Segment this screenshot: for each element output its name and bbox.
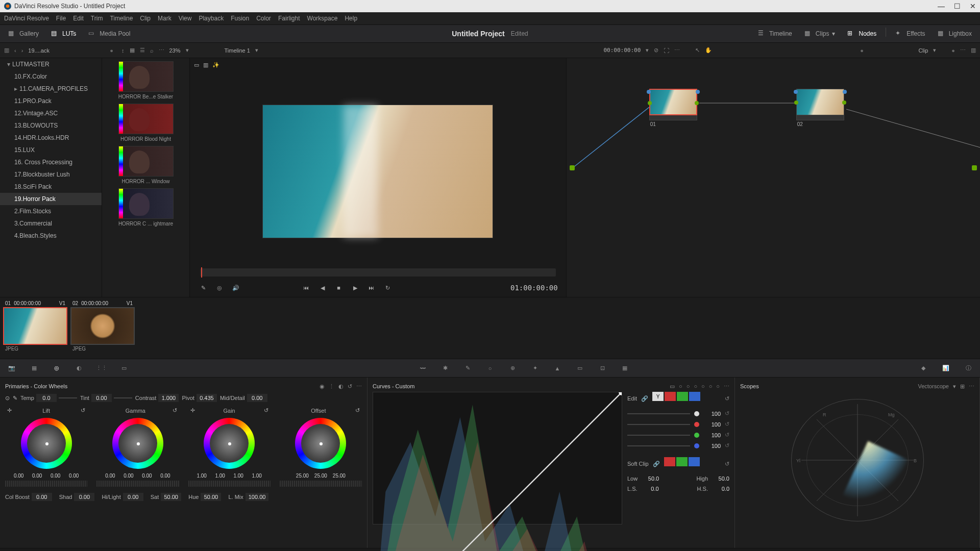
curve-mode-icon[interactable]: ○ bbox=[687, 383, 690, 390]
gamma-wheel[interactable] bbox=[112, 418, 163, 469]
curve-mode-icon[interactable]: ○ bbox=[679, 383, 682, 390]
curve-mode-icon[interactable]: ○ bbox=[701, 383, 705, 390]
lut-item[interactable]: HORROR Be...e Stalker bbox=[105, 61, 186, 99]
keyframe-icon[interactable]: ◆ bbox=[918, 363, 929, 374]
clip-item[interactable]: 0100:00:00:00V1 JPEG bbox=[3, 299, 67, 357]
gain-wheel[interactable] bbox=[204, 418, 255, 469]
wand-icon[interactable]: ✨ bbox=[212, 62, 219, 68]
nav-back-icon[interactable]: ‹ bbox=[14, 47, 16, 54]
menu-item[interactable]: Fusion bbox=[231, 15, 249, 22]
grid-view-icon[interactable]: ▦ bbox=[130, 47, 135, 54]
search-icon[interactable]: ⌕ bbox=[150, 47, 154, 54]
offset-wheel[interactable] bbox=[295, 418, 346, 469]
split-icon[interactable]: ▥ bbox=[203, 62, 208, 68]
timeline-button[interactable]: ☰Timeline bbox=[755, 28, 795, 40]
reset-icon[interactable]: ↺ bbox=[725, 421, 729, 428]
menu-item[interactable]: Edit bbox=[73, 15, 84, 22]
panel-toggle-icon[interactable]: ▥ bbox=[4, 47, 9, 54]
sidebar-item[interactable]: 12.Vintage.ASC bbox=[0, 107, 102, 119]
menu-item[interactable]: Help bbox=[345, 15, 357, 22]
mute-icon[interactable]: 🔊 bbox=[231, 283, 241, 293]
reset-icon[interactable]: ↺ bbox=[264, 407, 268, 414]
blur-icon[interactable]: ▲ bbox=[552, 363, 563, 374]
bypass-icon[interactable]: ⊘ bbox=[654, 47, 658, 54]
menu-item[interactable]: Trim bbox=[91, 15, 103, 22]
lift-master-slider[interactable] bbox=[5, 481, 87, 487]
softclip-g-button[interactable] bbox=[676, 457, 688, 466]
curve-mode-icon[interactable]: ○ bbox=[709, 383, 713, 390]
play-button[interactable]: ▶ bbox=[350, 283, 360, 293]
menu-item[interactable]: Timeline bbox=[110, 15, 133, 22]
pivot-value[interactable]: 0.435 bbox=[197, 394, 217, 402]
temp-value[interactable]: 0.0 bbox=[36, 394, 57, 402]
sat-value[interactable]: 50.00 bbox=[161, 493, 181, 501]
first-frame-button[interactable]: ⏮ bbox=[301, 283, 311, 293]
crosshair-icon[interactable]: ✛ bbox=[190, 407, 195, 414]
offset-master-slider[interactable] bbox=[280, 481, 362, 487]
lut-item[interactable]: HORROR Blood Night bbox=[105, 104, 186, 142]
lightbox-button[interactable]: ▦Lightbox bbox=[935, 28, 975, 40]
effects-button[interactable]: ✦Effects bbox=[892, 28, 928, 40]
key-icon[interactable]: ▭ bbox=[574, 363, 585, 374]
channel-y-button[interactable]: Y bbox=[652, 392, 664, 401]
layout-icon[interactable]: ⊞ bbox=[960, 383, 965, 390]
lut-item[interactable]: HORROR C ... ightmare bbox=[105, 188, 186, 227]
nav-fwd-icon[interactable]: › bbox=[21, 47, 23, 54]
channel-r-button[interactable] bbox=[665, 392, 676, 401]
menu-item[interactable]: Clip bbox=[140, 15, 151, 22]
scope-type-dropdown[interactable]: Vectorscope bbox=[918, 383, 949, 390]
camera-raw-icon[interactable]: 📷 bbox=[6, 363, 17, 374]
timeline-timecode[interactable]: 00:00:00:00 bbox=[603, 47, 641, 54]
sidebar-item[interactable]: 11.PRO.Pack bbox=[0, 95, 102, 107]
gallery-button[interactable]: ▦Gallery bbox=[5, 28, 42, 40]
last-frame-button[interactable]: ⏭ bbox=[366, 283, 377, 293]
sidebar-item[interactable]: 18.SciFi Pack bbox=[0, 181, 102, 193]
lummix-value[interactable]: 100.00 bbox=[246, 493, 269, 501]
close-button[interactable]: ✕ bbox=[970, 2, 976, 10]
more-icon[interactable]: ⋯ bbox=[969, 383, 974, 390]
nodes-button[interactable]: ⊞Nodes bbox=[844, 28, 879, 40]
node-02[interactable]: 02 bbox=[796, 89, 844, 128]
menu-item[interactable]: Playback bbox=[199, 15, 224, 22]
auto-balance-icon[interactable]: ⊙ bbox=[5, 395, 10, 402]
expand-icon[interactable]: ⛶ bbox=[664, 47, 669, 54]
clip-label[interactable]: Clip bbox=[918, 47, 928, 54]
reset-icon[interactable]: ↺ bbox=[725, 432, 729, 438]
reset-icon[interactable]: ↺ bbox=[355, 407, 360, 414]
window-icon[interactable]: ○ bbox=[484, 363, 496, 374]
color-match-icon[interactable]: ▦ bbox=[29, 363, 40, 374]
stop-button[interactable]: ■ bbox=[334, 283, 344, 293]
clip-item[interactable]: 0200:00:00:00V1 JPEG bbox=[70, 299, 135, 357]
softclip-b-button[interactable] bbox=[689, 457, 700, 466]
viewer-image[interactable] bbox=[262, 105, 493, 238]
timeline-selector[interactable]: Timeline 1 bbox=[225, 47, 250, 54]
reset-icon[interactable]: ↺ bbox=[725, 395, 729, 402]
more-icon[interactable]: ⋯ bbox=[159, 47, 164, 54]
sidebar-item[interactable]: 3.Commercial bbox=[0, 217, 102, 230]
curves-icon[interactable]: 〰 bbox=[417, 363, 428, 374]
magic-mask-icon[interactable]: ✦ bbox=[529, 363, 541, 374]
loop-button[interactable]: ↻ bbox=[383, 283, 393, 293]
link-icon[interactable]: 🔗 bbox=[653, 461, 660, 467]
pointer-icon[interactable]: ↖ bbox=[695, 47, 700, 54]
sidebar-root[interactable]: ▾LUTMASTER bbox=[0, 58, 102, 70]
warper-icon[interactable]: ✱ bbox=[439, 363, 451, 374]
playhead[interactable] bbox=[201, 267, 202, 278]
shad-value[interactable]: 0.00 bbox=[74, 493, 94, 501]
sidebar-item[interactable]: 2.Film.Stocks bbox=[0, 205, 102, 217]
rgb-mixer-icon[interactable]: ⋮⋮ bbox=[96, 363, 107, 374]
more-icon[interactable]: ⋯ bbox=[674, 47, 680, 54]
wheels-icon[interactable]: ◎ bbox=[51, 363, 62, 374]
hue-value[interactable]: 50.00 bbox=[201, 493, 221, 501]
colboost-value[interactable]: 0.00 bbox=[32, 493, 52, 501]
list-view-icon[interactable]: ☰ bbox=[140, 47, 145, 54]
curve-mode-icon[interactable]: ▭ bbox=[670, 383, 675, 390]
crosshair-icon[interactable]: ✛ bbox=[7, 407, 12, 414]
menu-item[interactable]: File bbox=[56, 15, 66, 22]
menu-item[interactable]: DaVinci Resolve bbox=[4, 15, 49, 22]
menu-item[interactable]: Mark bbox=[158, 15, 172, 22]
node-graph[interactable]: 01 02 bbox=[566, 58, 980, 297]
sort-icon[interactable]: ↕ bbox=[121, 47, 125, 54]
node-01[interactable]: 01 bbox=[649, 89, 697, 128]
bars-mode-icon[interactable]: ⋮ bbox=[329, 383, 334, 390]
